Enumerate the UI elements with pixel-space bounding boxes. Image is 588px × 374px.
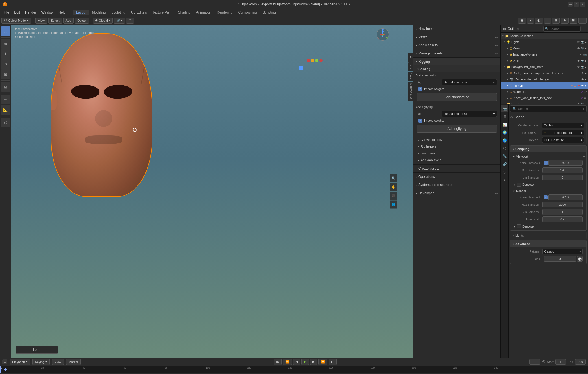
zoom-to-selected[interactable]: 🔍 <box>390 174 397 182</box>
measure-tool-btn[interactable]: 📐 <box>1 105 10 115</box>
pt-filter[interactable]: ▽ <box>581 97 583 100</box>
transform-global[interactable]: ⊕ Global <box>93 18 113 24</box>
viewport-shading-render[interactable]: ○ <box>544 18 551 24</box>
pt-vis[interactable]: 👁 <box>584 97 587 100</box>
mode-selector[interactable]: ⬡ Object Mode <box>1 18 31 24</box>
region-tab-tool[interactable]: Tool <box>408 62 413 71</box>
viewport-overlay-btn[interactable]: ⊞ <box>552 18 560 24</box>
workspace-compositing[interactable]: Compositing <box>235 10 260 15</box>
operations-header[interactable]: Operations ··· <box>413 173 500 181</box>
workspace-animation[interactable]: Animation <box>193 10 214 15</box>
add-standard-rig-btn[interactable]: Add standard rig <box>417 93 497 101</box>
add-cube-btn[interactable]: ⬡ <box>1 118 10 127</box>
rotate-tool-btn[interactable]: ↻ <box>1 59 10 69</box>
load-pose-btn[interactable]: Load pose <box>416 150 498 157</box>
cam-render[interactable]: ● <box>585 78 587 81</box>
background-meta-item[interactable]: ▾ 📁 Background_and_meta 👁 📷 ● <box>501 64 588 70</box>
r-min-value[interactable]: 1 <box>542 209 583 215</box>
workspace-modeling[interactable]: Modeling <box>89 10 109 15</box>
mat-vis[interactable]: 👁 <box>584 90 587 93</box>
bg-cam[interactable]: 📷 <box>581 65 584 69</box>
select-tool-btn[interactable]: ⬚ <box>1 26 10 36</box>
rigify-selector[interactable]: Default (no toes) <box>442 111 497 117</box>
view-btn[interactable]: View <box>35 18 47 24</box>
marker-btn[interactable]: Marker <box>66 359 81 365</box>
developer-header[interactable]: Developer ··· <box>413 189 500 197</box>
viewport-shading-wire[interactable]: ◉ <box>518 18 526 24</box>
camera-item[interactable]: ▸ 📷 Camera_do_not_change 👁 ● <box>501 76 588 82</box>
sampling-header[interactable]: ▾ Sampling <box>510 146 586 152</box>
props-tab-scene[interactable]: 🌍 <box>501 129 508 136</box>
cam-vis[interactable]: 👁 <box>581 78 584 81</box>
irr-vis[interactable]: 👁 <box>580 53 582 56</box>
vp-min-value[interactable]: 0 <box>542 175 583 180</box>
lights-vis[interactable]: 👁 <box>577 41 580 44</box>
place-toon-item[interactable]: ▸ ▽ Place_toon_inside_this_box ▽ 👁 <box>501 95 588 101</box>
props-tab-data[interactable]: ▽ <box>501 168 508 176</box>
area-render[interactable]: ● <box>585 47 587 50</box>
vp-max-value[interactable]: 128 <box>542 167 583 173</box>
props-tab-material[interactable]: ● <box>501 176 508 183</box>
bg-vis[interactable]: 👁 <box>577 65 580 69</box>
viewport-sub-header[interactable]: ▾ Viewport ≡ <box>512 153 585 159</box>
props-tab-world[interactable]: 🌎 <box>501 137 508 144</box>
annotate-tool-btn[interactable]: ✏ <box>1 95 10 104</box>
menu-window[interactable]: Window <box>39 10 56 15</box>
render-engine-value[interactable]: Cycles <box>542 123 584 128</box>
pan-view-btn[interactable]: ✋ <box>390 183 397 191</box>
vp-noise-value[interactable]: 0.0100 <box>548 160 583 166</box>
denoise-checkbox[interactable] <box>517 183 521 187</box>
start-frame[interactable]: 1 <box>555 359 566 365</box>
bg-render[interactable]: ● <box>585 65 587 69</box>
pattern-value[interactable]: Classic <box>542 249 583 254</box>
sun-cam[interactable]: 📷 <box>581 59 584 62</box>
seed-value[interactable]: 0 <box>544 256 576 262</box>
sun-item[interactable]: ▸ ☀ Sun 👁 📷 ● <box>501 58 588 64</box>
transform-tool-btn[interactable]: ⊠ <box>1 82 10 92</box>
irr-cam[interactable]: 📷 <box>583 53 587 56</box>
proportional-btn[interactable]: ⊙ <box>126 18 134 24</box>
bgc-render[interactable]: ● <box>585 72 587 75</box>
mat-filter[interactable]: ▽ <box>581 90 583 93</box>
next-keyframe-btn[interactable]: ⏩ <box>318 359 327 365</box>
props-tab-object[interactable]: ⬡ <box>501 145 508 152</box>
area-cam[interactable]: 📷 <box>581 47 584 50</box>
lights-item[interactable]: ▾ 💡 Lights 👁 📷 ● <box>501 39 588 45</box>
play-btn[interactable]: ▶ <box>301 359 309 365</box>
r-max-value[interactable]: 2000 <box>542 202 583 207</box>
workspace-uv-editing[interactable]: UV Editing <box>128 10 150 15</box>
vp-denoise-row[interactable]: ▸ Denoise <box>512 181 585 188</box>
add-btn[interactable]: Add <box>63 18 74 24</box>
rig-helpers-btn[interactable]: Rig helpers <box>416 143 498 150</box>
model-header[interactable]: Model ··· <box>413 33 500 41</box>
select-btn[interactable]: Select <box>48 18 62 24</box>
outliner-filter[interactable]: ⊟ <box>582 27 586 31</box>
current-frame[interactable]: 1 <box>529 359 540 365</box>
load-button[interactable]: Load <box>16 346 58 354</box>
render-sub-header[interactable]: ▾ Render <box>512 188 585 194</box>
workspace-add[interactable]: + <box>279 10 284 15</box>
playback-btn[interactable]: Playback <box>10 359 30 365</box>
minimize-btn[interactable]: — <box>568 2 573 7</box>
sun-vis[interactable]: 👁 <box>577 59 580 62</box>
human-vis[interactable]: 👁 <box>581 84 584 87</box>
rigging-header[interactable]: Rigging ··· <box>413 58 500 65</box>
manage-presets-header[interactable]: Manage presets ··· <box>413 49 500 57</box>
move-tool-btn[interactable]: ✛ <box>1 49 10 59</box>
end-frame[interactable]: 250 <box>575 359 586 365</box>
prev-keyframe-btn[interactable]: ⏪ <box>283 359 292 365</box>
object-btn[interactable]: Object <box>75 18 89 24</box>
xray-btn[interactable]: ⊡ <box>570 18 577 24</box>
region-tab-item[interactable]: Item <box>408 53 413 62</box>
human-item[interactable]: ▸ ▽ Human ✏ ⊞ 🔻 👁 ● <box>501 82 588 89</box>
vp-noise-checkbox[interactable]: ✓ <box>544 161 548 165</box>
scene-collection-item[interactable]: ▾ 📁 Scene Collection <box>501 33 588 39</box>
bgc-vis[interactable]: 👁 <box>581 72 584 75</box>
props-filter-icon[interactable]: ⊟ <box>582 107 584 111</box>
jump-end-btn[interactable]: ⏭ <box>329 359 337 365</box>
jump-start-btn[interactable]: ⏮ <box>274 359 282 365</box>
furniture-item[interactable]: ▸ 📁 Furniture 👁 📷 ● <box>501 101 588 104</box>
menu-edit[interactable]: Edit <box>12 10 22 15</box>
timeline-track[interactable]: 1 20 40 60 80 100 120 140 160 180 200 22… <box>0 366 588 373</box>
next-frame-btn[interactable]: ▶ <box>310 359 317 365</box>
